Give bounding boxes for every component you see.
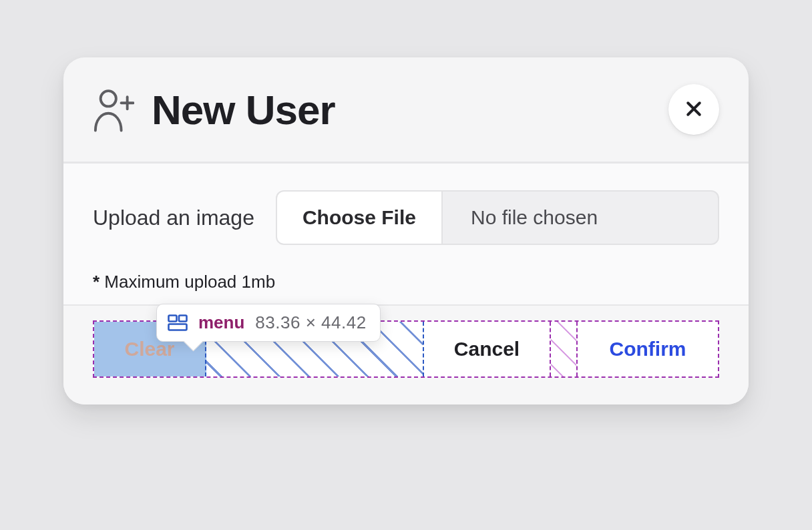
svg-rect-6 [179,315,187,321]
cancel-button[interactable]: Cancel [424,322,550,376]
upload-label: Upload an image [93,206,254,230]
devtools-tooltip: menu 83.36 × 44.42 [156,304,381,342]
svg-rect-5 [169,315,177,321]
hint-text: Maximum upload 1mb [104,272,275,292]
flex-icon [168,314,188,332]
new-user-dialog: New User Upload an image Choose File No … [63,57,749,405]
hint-asterisk: * [93,272,104,292]
tooltip-dimensions: 83.36 × 44.42 [255,312,366,333]
close-icon [684,99,704,121]
file-status-text: No file chosen [443,192,718,244]
user-plus-icon [93,87,134,131]
button-gap [551,322,578,376]
dialog-header: New User [63,57,749,164]
svg-rect-7 [169,324,187,330]
svg-point-0 [101,91,116,106]
upload-row: Upload an image Choose File No file chos… [93,190,719,245]
dialog-title: New User [152,86,335,134]
tooltip-element-tag: menu [198,312,244,333]
close-button[interactable] [668,84,719,135]
confirm-button[interactable]: Confirm [578,322,718,376]
choose-file-button[interactable]: Choose File [277,192,443,244]
cancel-button-slot: Cancel [424,322,551,376]
file-input[interactable]: Choose File No file chosen [276,190,719,245]
upload-hint: * Maximum upload 1mb [93,272,719,292]
confirm-button-slot: Confirm [578,322,718,376]
dialog-body: Upload an image Choose File No file chos… [63,164,749,306]
